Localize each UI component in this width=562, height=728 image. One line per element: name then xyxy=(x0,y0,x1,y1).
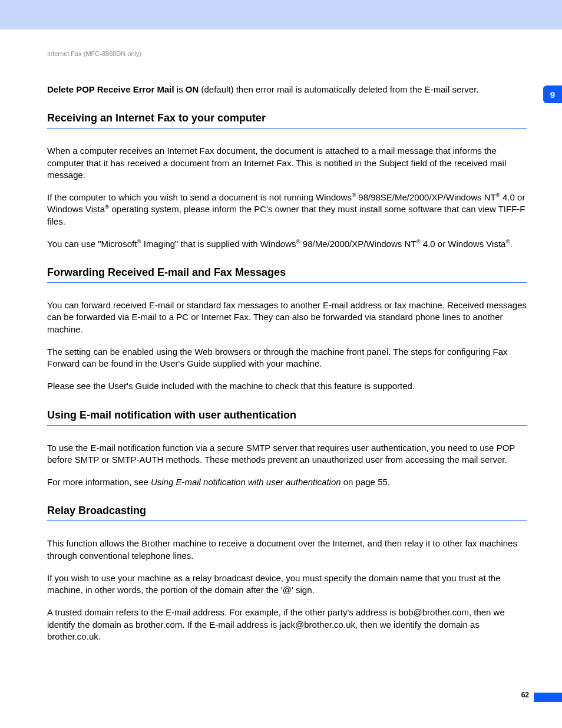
s1-p3d: 4.0 or Windows Vista xyxy=(421,239,506,249)
intro-paragraph: Delete POP Receive Error Mail is ON (def… xyxy=(47,84,527,95)
s4-p1: This function allows the Brother machine… xyxy=(47,538,527,562)
intro-text-1: is xyxy=(174,84,186,94)
s3-p2b: on page 55. xyxy=(341,477,390,487)
page-content: Internet Fax (MFC-8860DN only) Delete PO… xyxy=(0,29,562,677)
s1-p3c: 98/Me/2000/XP/Windows NT xyxy=(300,239,416,249)
reg-mark-icon: ® xyxy=(296,238,300,245)
intro-bold-1: Delete POP Receive Error Mail xyxy=(47,84,174,94)
reg-mark-icon: ® xyxy=(137,238,141,245)
s2-p3: Please see the User's Guide included wit… xyxy=(47,380,527,392)
cross-reference-link[interactable]: Using E-mail notification with user auth… xyxy=(151,477,341,487)
s3-p2: For more information, see Using E-mail n… xyxy=(47,476,527,488)
intro-text-2: (default) then error mail is automatical… xyxy=(199,84,478,94)
s1-p3e: . xyxy=(510,239,513,249)
heading-forwarding: Forwarding Received E-mail and Fax Messa… xyxy=(47,266,527,283)
heading-relay-broadcasting: Relay Broadcasting xyxy=(47,505,527,521)
s1-p1: When a computer receives an Internet Fax… xyxy=(47,145,527,181)
intro-bold-2: ON xyxy=(186,84,199,94)
s1-p2: If the computer to which you wish to sen… xyxy=(47,192,527,228)
reg-mark-icon: ® xyxy=(505,238,510,245)
s2-p2: The setting can be enabled using the Web… xyxy=(47,346,527,370)
breadcrumb: Internet Fax (MFC-8860DN only) xyxy=(47,50,527,57)
heading-email-notification: Using E-mail notification with user auth… xyxy=(47,409,527,426)
s1-p3a: You can use "Microsoft xyxy=(47,239,137,249)
header-band xyxy=(0,0,562,29)
chapter-tab[interactable]: 9 xyxy=(543,85,562,103)
heading-receiving-fax: Receiving an Internet Fax to your comput… xyxy=(47,112,527,129)
reg-mark-icon: ® xyxy=(496,192,500,198)
s3-p2a: For more information, see xyxy=(47,477,151,487)
s1-p2a: If the computer to which you wish to sen… xyxy=(47,192,352,202)
s1-p3b: Imaging" that is supplied with Windows xyxy=(141,239,296,249)
s1-p2d: operating system, please inform the PC's… xyxy=(47,204,525,226)
s4-p3: A trusted domain refers to the E-mail ad… xyxy=(47,607,527,643)
s1-p2b: 98/98SE/Me/2000/XP/Windows NT xyxy=(356,192,496,202)
reg-mark-icon: ® xyxy=(416,238,420,245)
s3-p1: To use the E-mail notification function … xyxy=(47,442,527,466)
s1-p3: You can use "Microsoft® Imaging" that is… xyxy=(47,238,527,250)
s4-p2: If you wish to use your machine as a rel… xyxy=(47,572,527,597)
s2-p1: You can forward received E-mail or stand… xyxy=(47,299,527,335)
